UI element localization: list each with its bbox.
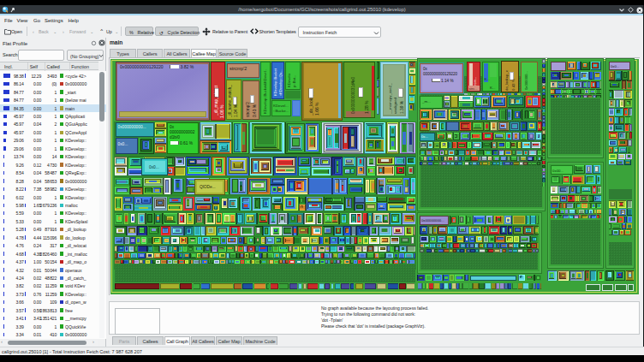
svg-text:strcmp'2: strcmp'2 <box>246 102 250 117</box>
svg-text:strc...: strc... <box>469 86 478 91</box>
svg-text:KDevel...: KDevel... <box>273 104 289 108</box>
svg-text:_dl_name_match_: _dl_name_match_ <box>228 85 232 118</box>
svg-text:K...: K... <box>490 86 495 90</box>
svg-text:0.43 %: 0.43 % <box>511 79 516 91</box>
svg-text:0x000000...: 0x000000... <box>524 71 528 90</box>
svg-text:1.28 %: 1.28 % <box>364 100 369 114</box>
svg-text:__memcpy_sse2_: __memcpy_sse2_ <box>388 83 392 115</box>
svg-text:::Bucke...: ::Bucke... <box>273 109 289 113</box>
svg-text:1.04 %: 1.04 % <box>234 104 238 117</box>
svg-text:0.61 %: 0.61 % <box>180 141 194 145</box>
svg-text:QlODe...: QlODe... <box>200 185 216 189</box>
svg-text:1.06 %: 1.06 % <box>219 104 224 118</box>
svg-text:0x: 0x <box>170 125 175 129</box>
svg-text:0000000000129220: 0000000000129220 <box>423 72 458 76</box>
svg-text:_m...: _m... <box>421 99 431 104</box>
svg-text:0x000000000...: 0x000000000... <box>118 125 146 129</box>
svg-text:1.14 %: 1.14 % <box>441 79 454 83</box>
svg-text:0x...: 0x... <box>421 134 428 139</box>
svg-text:0x0...: 0x0... <box>611 64 619 68</box>
svg-text:0x0000000000129220: 0x0000000000129220 <box>120 64 164 69</box>
svg-text:strcmp'2: strcmp'2 <box>230 66 247 71</box>
svg-text:0.43 %: 0.43 % <box>253 104 257 117</box>
svg-text:KDevelo: KDevelo <box>287 74 291 87</box>
svg-text:<KDevelop::Qu...: <KDevelop::Qu... <box>278 69 283 96</box>
svg-text:unaligned: unaligned <box>393 97 397 114</box>
svg-text:00000000002: 00000000002 <box>170 130 195 134</box>
svg-text:KDevelop::Bucket: KDevelop::Bucket <box>273 68 277 96</box>
svg-text:3.82 %: 3.82 % <box>181 64 194 69</box>
svg-text:0x0...: 0x0... <box>118 142 128 146</box>
svg-text:KDevelop::Bucket&KDevel..: KDevelop::Bucket&KDevel.. <box>263 69 267 114</box>
svg-text:0x00000000...: 0x00000000... <box>421 218 444 223</box>
svg-text:do_lookup_x: do_lookup_x <box>504 69 509 91</box>
svg-text:d1b/0: d1b/0 <box>170 135 180 139</box>
svg-text:0x: 0x <box>423 67 428 71</box>
svg-text:0x00000000031d4e0: 0x00000000031d4e0 <box>351 76 355 114</box>
svg-text:1.39 %: 1.39 % <box>400 100 404 114</box>
svg-text:p::Bat...: p::Bat... <box>292 75 296 87</box>
svg-text:1.66 %: 1.66 % <box>314 102 319 116</box>
svg-text:0x0...: 0x0... <box>149 165 159 169</box>
svg-text:0x00...: 0x00... <box>552 169 564 173</box>
svg-text:K...: K... <box>485 77 490 81</box>
